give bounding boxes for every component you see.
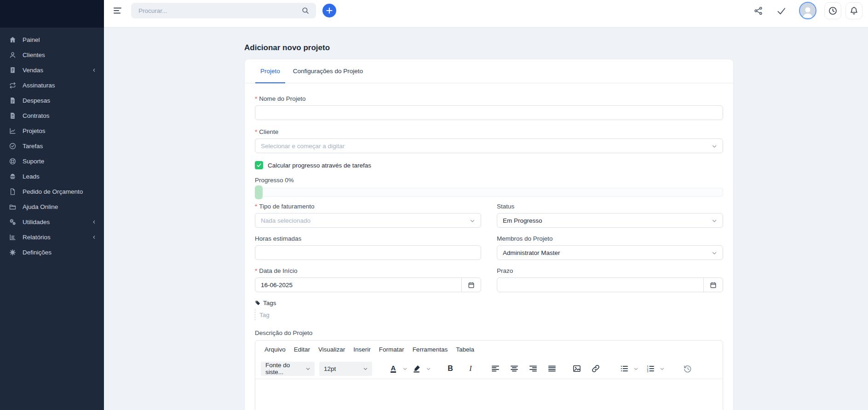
- editor-menu-visualizar[interactable]: Visualizar: [314, 343, 349, 356]
- gears-icon: [9, 218, 17, 226]
- share-button[interactable]: [752, 5, 764, 17]
- align-left-button[interactable]: [488, 361, 503, 376]
- progress-label: Progresso 0%: [255, 177, 723, 184]
- sidebar-item-definicoes[interactable]: Definições: [0, 245, 104, 260]
- estimated-hours-input[interactable]: [255, 246, 481, 260]
- sidebar-item-leads[interactable]: Leads: [0, 169, 104, 184]
- project-name-input-wrap: [255, 105, 723, 120]
- required-mark: *: [255, 267, 257, 274]
- highlight-color-chevron[interactable]: [424, 361, 433, 376]
- sidebar-item-suporte[interactable]: Suporte: [0, 154, 104, 169]
- sidebar-item-label: Vendas: [23, 67, 43, 74]
- sidebar-item-utilidades[interactable]: Utilidades: [0, 214, 104, 230]
- sidebar-item-label: Clientes: [23, 52, 45, 58]
- members-select[interactable]: Administrator Master: [497, 245, 723, 260]
- clock-icon: [828, 6, 838, 16]
- tab-configuracoes-projeto[interactable]: Configurações do Projeto: [287, 59, 369, 83]
- check-icon: [776, 6, 787, 16]
- text-color-button[interactable]: A: [386, 361, 401, 376]
- plus-icon: [326, 7, 333, 14]
- editor-menu-inserir[interactable]: Inserir: [349, 343, 375, 356]
- font-size-select[interactable]: 12pt: [319, 362, 372, 376]
- search-input[interactable]: [131, 3, 316, 18]
- start-date-picker-button[interactable]: [461, 278, 481, 292]
- editor-menu-arquivo[interactable]: Arquivo: [260, 343, 290, 356]
- align-justify-icon: [547, 364, 557, 373]
- highlight-color-button[interactable]: [409, 361, 424, 376]
- chevron-left-icon: [92, 235, 97, 240]
- tab-projeto[interactable]: Projeto: [254, 59, 287, 83]
- text-color-chevron[interactable]: [401, 361, 409, 376]
- share-icon: [753, 6, 763, 16]
- tags-input[interactable]: [255, 312, 347, 318]
- progress-slider-track[interactable]: [255, 188, 723, 196]
- tags-input-wrap: [255, 309, 723, 320]
- billing-type-select[interactable]: Nada selecionado: [255, 213, 481, 228]
- calc-progress-checkbox[interactable]: [255, 161, 263, 169]
- start-date-input[interactable]: [255, 278, 461, 292]
- editor-menu-editar[interactable]: Editar: [290, 343, 314, 356]
- editor-toolbar: Fonte do siste... 12pt A: [255, 358, 723, 379]
- sidebar-item-assinaturas[interactable]: Assinaturas: [0, 78, 104, 93]
- editor-menu-ferramentas[interactable]: Ferramentas: [408, 343, 452, 356]
- editor-menu-formatar[interactable]: Formatar: [375, 343, 408, 356]
- project-name-input[interactable]: [255, 106, 723, 120]
- insert-image-button[interactable]: [569, 361, 584, 376]
- status-select[interactable]: Em Progresso: [497, 213, 723, 228]
- members-group: Membros do Projeto Administrator Master: [497, 235, 723, 260]
- chevron-left-icon: [92, 219, 97, 225]
- sidebar-item-clientes[interactable]: Clientes: [0, 47, 104, 63]
- insert-link-button[interactable]: [588, 361, 603, 376]
- progress-slider-handle[interactable]: [255, 185, 263, 199]
- start-date-label: * Data de Início: [255, 267, 481, 274]
- sidebar-item-tarefas[interactable]: Tarefas: [0, 139, 104, 154]
- font-family-select[interactable]: Fonte do siste...: [261, 362, 315, 376]
- calc-progress-checkbox-row[interactable]: Calcular progresso através de tarefas: [255, 161, 723, 169]
- sidebar-item-label: Contratos: [23, 112, 50, 119]
- sidebar-item-relatorios[interactable]: Relatórios: [0, 230, 104, 245]
- editor-content-area[interactable]: [255, 379, 723, 410]
- sidebar-item-label: Suporte: [23, 158, 44, 165]
- sidebar: Painel Clientes Vendas Assinaturas Despe…: [0, 0, 104, 410]
- quick-add-button[interactable]: [322, 4, 336, 17]
- estimated-hours-label: Horas estimadas: [255, 235, 481, 242]
- editor-menu-tabela[interactable]: Tabela: [452, 343, 478, 356]
- numbered-list-button[interactable]: 123: [643, 361, 658, 376]
- chevron-down-icon: [305, 366, 310, 371]
- align-justify-button[interactable]: [545, 361, 559, 376]
- project-name-label: * Nome do Projeto: [255, 95, 723, 102]
- required-mark: *: [255, 203, 257, 210]
- timesheet-button[interactable]: [824, 2, 841, 19]
- sidebar-item-despesas[interactable]: Despesas: [0, 93, 104, 108]
- avatar[interactable]: [799, 2, 816, 19]
- align-right-icon: [529, 364, 538, 373]
- align-right-button[interactable]: [526, 361, 540, 376]
- notifications-button[interactable]: [845, 2, 862, 19]
- bullet-list-chevron[interactable]: [632, 361, 640, 376]
- bullet-list-button[interactable]: [617, 361, 632, 376]
- chevron-left-icon: [92, 68, 97, 73]
- sidebar-item-painel[interactable]: Painel: [0, 32, 104, 47]
- deadline-input[interactable]: [497, 278, 703, 292]
- search-icon[interactable]: [301, 6, 310, 15]
- restore-draft-button[interactable]: [680, 361, 695, 376]
- sidebar-item-label: Leads: [23, 173, 40, 180]
- calendar-icon: [468, 282, 475, 289]
- todo-check-button[interactable]: [775, 5, 787, 17]
- numbered-list-chevron[interactable]: [658, 361, 667, 376]
- italic-button[interactable]: I: [463, 361, 478, 376]
- align-center-button[interactable]: [507, 361, 522, 376]
- sidebar-item-pedido-orcamento[interactable]: Pedido de Orçamento: [0, 184, 104, 199]
- sidebar-item-projetos[interactable]: Projetos: [0, 123, 104, 139]
- chevron-down-icon: [426, 366, 431, 371]
- sidebar-item-vendas[interactable]: Vendas: [0, 63, 104, 78]
- client-select[interactable]: Selecionar e começar a digitar: [255, 139, 723, 153]
- sidebar-toggle-button[interactable]: [112, 5, 124, 17]
- progress-slider: [255, 185, 723, 199]
- sidebar-item-ajuda-online[interactable]: Ajuda Online: [0, 199, 104, 214]
- bold-button[interactable]: B: [443, 361, 458, 376]
- client-group: * Cliente Selecionar e começar a digitar: [255, 128, 723, 153]
- sidebar-item-contratos[interactable]: Contratos: [0, 108, 104, 123]
- deadline-picker-button[interactable]: [703, 278, 723, 292]
- chart-line-icon: [9, 127, 17, 135]
